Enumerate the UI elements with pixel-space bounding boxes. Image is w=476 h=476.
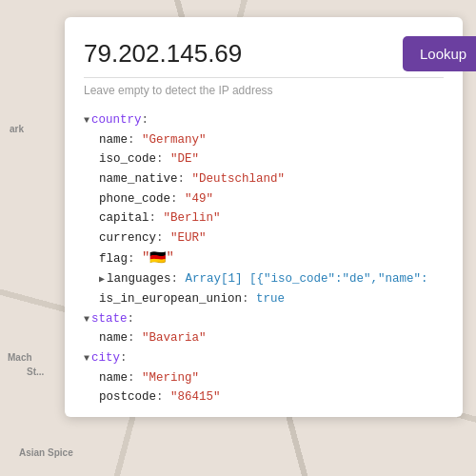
name-native-val: "Deutschland" [192, 169, 286, 189]
city-toggle[interactable]: ▼ [84, 351, 89, 367]
state-row[interactable]: ▼ state : [84, 309, 444, 329]
state-toggle[interactable]: ▼ [84, 312, 89, 328]
currency-row: currency : "EUR" [99, 228, 444, 248]
country-key: country [91, 110, 142, 130]
iso-code-val: "DE" [170, 149, 199, 169]
phone-code-val: "49" [185, 189, 213, 209]
country-children: name : "Germany" iso_code : "DE" name_na… [84, 130, 444, 309]
is-eu-key: is_in_european_union [99, 289, 242, 309]
name-val: "Germany" [142, 130, 207, 150]
flag-val: "🇩🇪" [142, 248, 174, 269]
phone-code-row: phone_code : "49" [99, 189, 444, 209]
map-label-asian-spice: Asian Spice [19, 447, 73, 458]
languages-val: Array[1] [{"iso_code":"de","name": [186, 269, 428, 289]
city-name-row: name : "Mering" [99, 368, 444, 388]
name-native-row: name_native : "Deutschland" [99, 169, 444, 189]
flag-row: flag : "🇩🇪" [99, 248, 444, 269]
map-label-mach: Mach [8, 352, 32, 363]
capital-key: capital [99, 208, 149, 228]
hint-text: Leave empty to detect the IP address [84, 84, 444, 97]
is-eu-val: true [256, 289, 285, 309]
city-children: name : "Mering" postcode : "86415" [84, 368, 444, 407]
input-row: Lookup [84, 36, 444, 71]
currency-key: currency [99, 228, 156, 248]
map-label-st: St... [27, 367, 44, 377]
map-label-ark: ark [10, 124, 24, 134]
state-name-key: name [99, 328, 128, 348]
city-key: city [91, 348, 120, 368]
json-tree: ▼ country : name : "Germany" iso_code : … [84, 110, 444, 407]
name-key: name [99, 130, 128, 150]
country-row[interactable]: ▼ country : [84, 110, 444, 130]
flag-key: flag [99, 249, 128, 269]
iso-code-row: iso_code : "DE" [99, 149, 444, 169]
postcode-val: "86415" [170, 387, 221, 407]
city-name-val: "Mering" [142, 368, 199, 388]
state-key: state [91, 309, 128, 329]
country-toggle[interactable]: ▼ [84, 113, 89, 129]
languages-row[interactable]: ▶ languages : Array[1] [{"iso_code":"de"… [99, 269, 444, 289]
lookup-card: Lookup Leave empty to detect the IP addr… [65, 17, 463, 417]
name-row: name : "Germany" [99, 130, 444, 150]
capital-val: "Berlin" [164, 208, 221, 228]
state-name-val: "Bavaria" [142, 328, 207, 348]
capital-row: capital : "Berlin" [99, 208, 444, 228]
state-children: name : "Bavaria" [84, 328, 444, 348]
ip-input[interactable] [84, 39, 393, 69]
phone-code-key: phone_code [99, 189, 170, 209]
divider [84, 77, 444, 78]
languages-toggle[interactable]: ▶ [99, 272, 105, 288]
state-name-row: name : "Bavaria" [99, 328, 444, 348]
currency-val: "EUR" [170, 228, 207, 248]
iso-code-key: iso_code [99, 149, 156, 169]
city-name-key: name [99, 368, 128, 388]
is-eu-row: is_in_european_union : true [99, 289, 444, 309]
city-row[interactable]: ▼ city : [84, 348, 444, 368]
lookup-button[interactable]: Lookup [403, 36, 476, 71]
languages-key: languages [107, 269, 171, 289]
postcode-key: postcode [99, 387, 156, 407]
postcode-row: postcode : "86415" [99, 387, 444, 407]
name-native-key: name_native [99, 169, 178, 189]
